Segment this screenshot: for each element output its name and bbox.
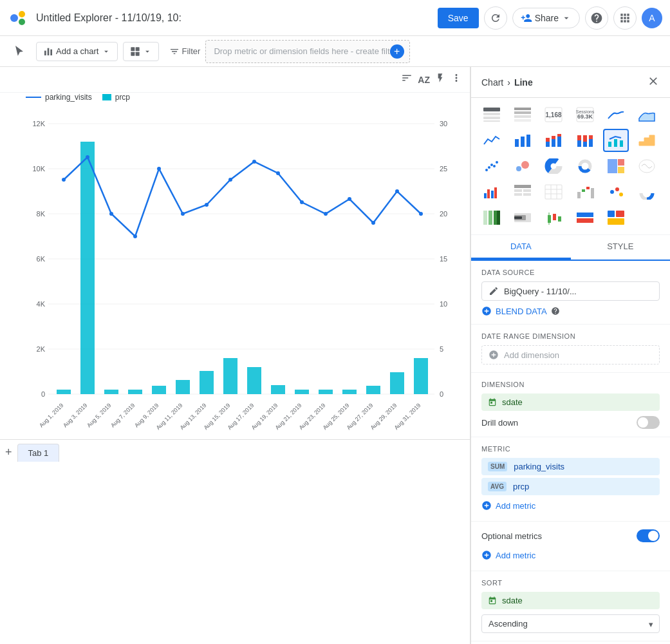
svg-rect-140 bbox=[582, 189, 585, 192]
toolbar: Add a chart Filter Drop metric or dimens… bbox=[0, 36, 670, 67]
calendar-dim-icon bbox=[488, 398, 497, 407]
cursor-tool-button[interactable] bbox=[8, 40, 31, 63]
chart-area: AZ parking_visits prcp bbox=[0, 67, 470, 644]
chart-type-pivot[interactable] bbox=[541, 180, 566, 204]
svg-point-111 bbox=[488, 166, 490, 169]
chart-type-combo[interactable] bbox=[603, 129, 629, 152]
add-optional-metric-button[interactable]: Add metric bbox=[481, 547, 660, 563]
chart-type-bullet[interactable] bbox=[510, 206, 535, 229]
svg-rect-102 bbox=[577, 135, 581, 140]
svg-text:Aug 7, 2019: Aug 7, 2019 bbox=[109, 402, 136, 428]
chart-type-grouped-bar[interactable] bbox=[479, 180, 505, 204]
layout-button[interactable] bbox=[123, 42, 159, 61]
sort-order-wrapper: Ascending Descending bbox=[481, 614, 660, 633]
chart-type-donut[interactable] bbox=[572, 155, 598, 178]
drill-down-toggle[interactable] bbox=[637, 416, 660, 429]
svg-text:4K: 4K bbox=[37, 300, 46, 308]
chart-type-waterfall[interactable] bbox=[572, 180, 598, 204]
chart-type-100pct-bar[interactable] bbox=[572, 129, 598, 152]
dimension-section: Dimension sdate Drill down bbox=[471, 373, 670, 437]
svg-text:2K: 2K bbox=[37, 345, 46, 353]
refresh-button[interactable] bbox=[484, 6, 507, 30]
svg-rect-95 bbox=[546, 142, 550, 147]
avatar[interactable]: A bbox=[642, 8, 662, 28]
chart-settings-icon[interactable] bbox=[401, 72, 413, 87]
sort-order-select[interactable]: Ascending Descending bbox=[481, 614, 660, 633]
svg-rect-98 bbox=[552, 136, 555, 139]
svg-point-56 bbox=[276, 171, 280, 175]
chart-type-stepped-area[interactable] bbox=[634, 129, 660, 152]
add-chart-button[interactable]: Add a chart bbox=[36, 42, 118, 61]
sort-field[interactable]: sdate bbox=[481, 592, 660, 609]
drill-down-row: Drill down bbox=[481, 416, 660, 429]
chart-type-scorecard[interactable]: 1,168 bbox=[541, 103, 566, 126]
apps-button[interactable] bbox=[613, 6, 637, 30]
chart-toolbar: AZ bbox=[0, 67, 470, 93]
help-button[interactable] bbox=[585, 6, 608, 30]
svg-rect-31 bbox=[57, 390, 71, 394]
metric-prcp[interactable]: AVG prcp bbox=[481, 478, 660, 495]
chart-type-line[interactable] bbox=[479, 129, 505, 152]
tab-data[interactable]: DATA bbox=[471, 235, 571, 260]
lightning-icon[interactable] bbox=[435, 73, 445, 86]
optional-metrics-section: Optional metrics Add metric bbox=[471, 522, 670, 571]
svg-text:5: 5 bbox=[440, 345, 443, 353]
chart-type-area[interactable] bbox=[634, 103, 660, 126]
chart-type-table[interactable] bbox=[479, 103, 505, 126]
tab-1[interactable]: Tab 1 bbox=[17, 444, 60, 462]
chart-type-smooth-line[interactable] bbox=[603, 103, 629, 126]
svg-rect-123 bbox=[618, 167, 624, 173]
metric-section: Metric SUM parking_visits AVG prcp Add m… bbox=[471, 437, 670, 522]
legend-bar-icon bbox=[102, 94, 111, 100]
sort-az-icon[interactable]: AZ bbox=[418, 75, 430, 85]
chart-type-bubble[interactable] bbox=[510, 155, 535, 178]
filter-label[interactable]: Filter bbox=[169, 46, 201, 57]
chart-type-tiles[interactable] bbox=[603, 206, 629, 229]
svg-rect-142 bbox=[591, 188, 594, 198]
svg-rect-126 bbox=[487, 189, 490, 198]
svg-rect-100 bbox=[557, 134, 561, 137]
chart-type-stacked-bar[interactable] bbox=[541, 129, 566, 152]
save-button[interactable]: Save bbox=[438, 8, 479, 28]
sort-section: Sort sdate Ascending Descending bbox=[471, 571, 670, 641]
chart-type-table2[interactable] bbox=[510, 180, 535, 204]
metric-parking-visits[interactable]: SUM parking_visits bbox=[481, 458, 660, 475]
svg-rect-9 bbox=[135, 52, 139, 55]
svg-point-47 bbox=[62, 178, 66, 182]
chart-type-treemap[interactable] bbox=[603, 155, 629, 178]
optional-metrics-toggle[interactable] bbox=[637, 529, 660, 542]
filter-add-button[interactable]: + bbox=[390, 44, 404, 59]
add-tab-button[interactable]: + bbox=[5, 446, 12, 459]
optional-metrics-row: Optional metrics bbox=[481, 529, 660, 542]
chart-type-bar[interactable] bbox=[510, 129, 535, 152]
svg-point-49 bbox=[109, 212, 113, 216]
datasource-button[interactable]: BigQuery - 11/10/... bbox=[481, 281, 660, 301]
panel-close-icon[interactable] bbox=[647, 75, 660, 90]
chart-type-sessions-scorecard[interactable]: Sessions69.3K bbox=[572, 103, 598, 126]
chart-type-table-heatmap[interactable] bbox=[510, 103, 535, 126]
svg-rect-32 bbox=[80, 142, 95, 394]
svg-rect-81 bbox=[483, 117, 500, 119]
svg-rect-34 bbox=[128, 390, 142, 394]
chart-type-pie[interactable] bbox=[541, 155, 566, 178]
chart-type-scatter[interactable] bbox=[479, 155, 505, 178]
chart-type-candlestick[interactable] bbox=[541, 206, 566, 229]
svg-rect-134 bbox=[545, 185, 562, 199]
svg-rect-109 bbox=[620, 140, 623, 147]
blend-data-button[interactable]: BLEND DATA bbox=[481, 306, 660, 316]
chart-type-gauge[interactable] bbox=[634, 180, 660, 204]
tab-style[interactable]: STYLE bbox=[571, 235, 671, 260]
svg-point-59 bbox=[348, 197, 351, 201]
add-dimension-button[interactable]: Add dimension bbox=[481, 345, 660, 365]
share-button[interactable]: Share bbox=[512, 8, 580, 28]
dimension-field[interactable]: sdate bbox=[481, 393, 660, 411]
svg-text:10K: 10K bbox=[32, 165, 45, 173]
chart-type-dot[interactable] bbox=[603, 180, 629, 204]
svg-rect-163 bbox=[616, 211, 624, 217]
chart-type-heatmap2[interactable] bbox=[479, 206, 505, 229]
add-metric-button[interactable]: Add metric bbox=[481, 498, 660, 513]
svg-text:0: 0 bbox=[41, 390, 45, 398]
more-vert-icon[interactable] bbox=[451, 72, 462, 87]
chart-type-geo[interactable] bbox=[634, 155, 660, 178]
chart-type-multicolor-bar[interactable] bbox=[572, 206, 598, 229]
